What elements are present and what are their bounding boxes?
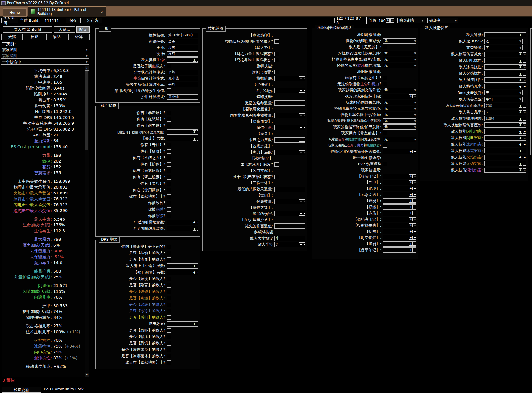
decrement-button[interactable]: − <box>523 78 526 82</box>
checkbox[interactable] <box>274 39 279 44</box>
increment-button[interactable]: + <box>519 143 522 146</box>
decrement-button[interactable]: − <box>413 174 416 178</box>
checkbox[interactable] <box>167 341 171 346</box>
decrement-button[interactable]: − <box>303 212 305 216</box>
decrement-button[interactable]: − <box>523 104 526 108</box>
decrement-button[interactable]: − <box>197 130 198 134</box>
sidebar-tab-配置[interactable]: 配置 <box>76 26 90 33</box>
scrollbar-thumb[interactable] <box>85 71 88 150</box>
increment-button[interactable]: + <box>519 136 522 140</box>
checkbox[interactable] <box>167 245 171 249</box>
decrement-button[interactable]: − <box>413 187 416 190</box>
increment-button[interactable]: + <box>299 187 303 191</box>
sidebar-tab-技能[interactable]: 技能 <box>24 34 45 40</box>
decrement-button[interactable]: − <box>413 242 416 246</box>
main-scrollbar[interactable] <box>91 25 95 391</box>
checkbox[interactable] <box>274 58 279 62</box>
increment-button[interactable]: + <box>409 174 413 178</box>
sidebar-tab-物品[interactable]: 物品 <box>46 34 67 40</box>
number-input[interactable]: 700 <box>485 104 518 108</box>
increment-button[interactable]: + <box>409 248 413 252</box>
scroll-up-icon[interactable]: ▲ <box>85 66 89 71</box>
number-input[interactable]: 1294 <box>485 117 518 121</box>
increment-button[interactable]: + <box>519 162 522 166</box>
increment-button[interactable]: + <box>519 52 522 56</box>
checkbox[interactable] <box>383 76 387 80</box>
checkbox[interactable] <box>167 162 171 167</box>
decrement-button[interactable]: − <box>413 205 416 209</box>
sidebar-tab-天赋点[interactable]: 天赋点 <box>54 26 75 33</box>
checkbox[interactable] <box>167 143 171 147</box>
decrement-button[interactable]: − <box>413 199 416 203</box>
level-increment-button[interactable]: + <box>386 18 390 23</box>
decrement-button[interactable]: − <box>523 130 526 134</box>
decrement-button[interactable]: − <box>413 223 416 227</box>
checkbox[interactable] <box>167 283 171 288</box>
increment-button[interactable]: + <box>299 76 303 80</box>
increment-button[interactable]: + <box>193 271 196 274</box>
checkbox[interactable] <box>167 257 171 262</box>
checkbox[interactable] <box>167 309 171 313</box>
dropdown[interactable]: 最小值▼ <box>167 76 198 81</box>
warnings-link[interactable]: 3 警告 <box>2 378 15 383</box>
dropdown[interactable]: 无▼ <box>383 137 416 142</box>
increment-button[interactable]: + <box>519 130 522 134</box>
checkbox[interactable] <box>167 360 171 365</box>
dropdown[interactable]: 无▼ <box>484 45 523 50</box>
dropdown[interactable]: 平均▼ <box>167 70 198 75</box>
number-input[interactable]: 5 <box>485 110 518 114</box>
checkbox[interactable] <box>167 354 171 358</box>
checkbox[interactable] <box>167 207 171 212</box>
increment-button[interactable]: + <box>519 168 522 172</box>
checkbox[interactable] <box>167 335 171 339</box>
dropdown[interactable]: 平均▼ <box>484 97 523 102</box>
increment-button[interactable]: + <box>409 94 413 98</box>
increment-button[interactable]: + <box>193 58 196 62</box>
decrement-button[interactable]: − <box>413 236 416 240</box>
dropdown[interactable]: 没有▼ <box>167 51 198 57</box>
checkbox[interactable] <box>167 290 171 294</box>
increment-button[interactable]: + <box>193 130 196 134</box>
number-input[interactable]: 3 <box>275 242 299 247</box>
checkbox[interactable] <box>383 131 387 135</box>
checkbox[interactable] <box>383 45 387 49</box>
decrement-button[interactable]: − <box>303 224 305 228</box>
increment-button[interactable]: + <box>409 211 413 215</box>
increment-button[interactable]: + <box>519 72 522 76</box>
ascendancy-dropdown[interactable]: 暗影刺客 ▼ <box>397 18 425 23</box>
decrement-button[interactable]: − <box>413 193 416 196</box>
dropdown[interactable]: 全杀▼ <box>167 39 198 44</box>
increment-button[interactable]: + <box>409 242 413 246</box>
decrement-button[interactable]: − <box>523 65 526 69</box>
checkbox[interactable] <box>167 124 171 128</box>
decrement-button[interactable]: − <box>523 149 526 153</box>
checkbox[interactable] <box>167 111 171 115</box>
dropdown[interactable]: 无▼ <box>383 51 416 56</box>
increment-button[interactable]: + <box>409 187 413 190</box>
increment-button[interactable]: + <box>519 33 522 37</box>
decrement-button[interactable]: − <box>303 150 305 154</box>
increment-button[interactable]: + <box>409 150 413 153</box>
decrement-button[interactable]: − <box>413 248 416 252</box>
increment-button[interactable]: + <box>519 78 522 82</box>
checkbox[interactable] <box>383 82 387 86</box>
scroll-down-icon[interactable]: ▼ <box>85 373 89 377</box>
decrement-button[interactable]: − <box>197 322 198 326</box>
dropdown[interactable]: 否▼ <box>484 39 523 44</box>
tab-build[interactable]: 111111 (Saboteur) - Path of Building ✕ <box>28 6 106 16</box>
checkbox[interactable] <box>167 64 171 68</box>
checkbox[interactable] <box>167 169 171 173</box>
dropdown[interactable]: 无▼ <box>383 112 416 117</box>
class-dropdown[interactable]: 破坏者 ▼ <box>427 18 458 23</box>
sidebar-tab-计算[interactable]: 计算 <box>68 34 90 40</box>
dropdown[interactable]: 第10章 (-60%)▼ <box>167 33 198 38</box>
increment-button[interactable]: + <box>409 193 413 196</box>
increment-button[interactable]: + <box>193 264 196 268</box>
decrement-button[interactable]: − <box>523 123 526 127</box>
increment-button[interactable]: + <box>299 89 303 93</box>
checkbox[interactable] <box>167 214 171 218</box>
increment-button[interactable]: + <box>193 227 196 231</box>
decrement-button[interactable]: − <box>303 113 305 117</box>
checkbox[interactable] <box>167 277 171 281</box>
dropdown[interactable]: 无▼ <box>383 118 416 124</box>
